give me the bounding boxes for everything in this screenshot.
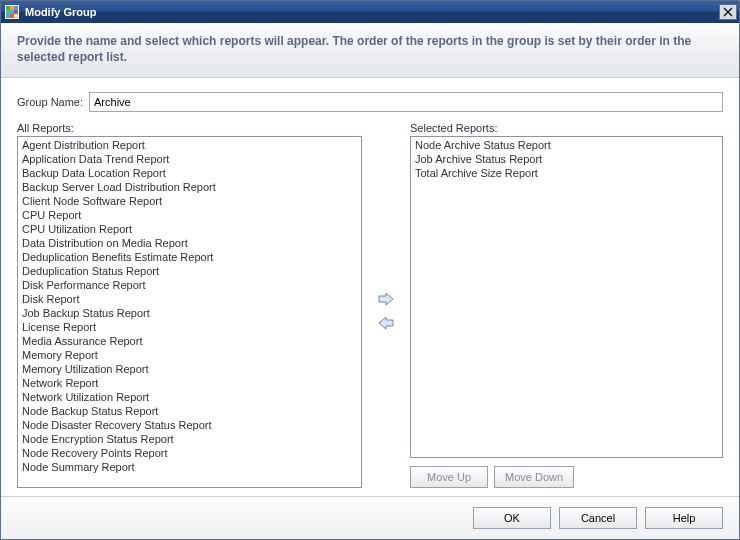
all-reports-column: All Reports: Agent Distribution ReportAp…: [17, 122, 362, 488]
instruction-text: Provide the name and select which report…: [1, 23, 739, 78]
group-name-row: Group Name:: [17, 92, 723, 112]
list-item[interactable]: CPU Utilization Report: [20, 222, 359, 236]
arrow-left-icon: [378, 316, 394, 330]
list-item[interactable]: Network Utilization Report: [20, 390, 359, 404]
list-item[interactable]: Disk Performance Report: [20, 278, 359, 292]
arrow-column: [362, 122, 410, 488]
content-area: Group Name: All Reports: Agent Distribut…: [1, 78, 739, 496]
list-item[interactable]: Node Backup Status Report: [20, 404, 359, 418]
modify-group-dialog: Modify Group Provide the name and select…: [0, 0, 740, 540]
list-item[interactable]: Job Archive Status Report: [413, 152, 720, 166]
close-icon: [723, 7, 733, 17]
lists-row: All Reports: Agent Distribution ReportAp…: [17, 122, 723, 488]
list-item[interactable]: Data Distribution on Media Report: [20, 236, 359, 250]
list-item[interactable]: CPU Report: [20, 208, 359, 222]
window-title: Modify Group: [25, 6, 719, 18]
list-item[interactable]: Disk Report: [20, 292, 359, 306]
list-item[interactable]: Total Archive Size Report: [413, 166, 720, 180]
list-item[interactable]: Backup Server Load Distribution Report: [20, 180, 359, 194]
move-buttons-row: Move Up Move Down: [410, 466, 723, 488]
list-item[interactable]: Node Disaster Recovery Status Report: [20, 418, 359, 432]
list-item[interactable]: Memory Report: [20, 348, 359, 362]
cancel-button[interactable]: Cancel: [559, 507, 637, 529]
list-item[interactable]: Deduplication Status Report: [20, 264, 359, 278]
arrow-right-icon: [378, 292, 394, 306]
close-button[interactable]: [719, 4, 737, 20]
list-item[interactable]: Node Summary Report: [20, 460, 359, 474]
app-icon: [5, 5, 19, 19]
list-item[interactable]: License Report: [20, 320, 359, 334]
move-down-button[interactable]: Move Down: [494, 466, 574, 488]
list-item[interactable]: Backup Data Location Report: [20, 166, 359, 180]
move-up-button[interactable]: Move Up: [410, 466, 488, 488]
all-reports-listbox[interactable]: Agent Distribution ReportApplication Dat…: [17, 136, 362, 488]
all-reports-label: All Reports:: [17, 122, 362, 134]
remove-button[interactable]: [376, 314, 396, 332]
list-item[interactable]: Media Assurance Report: [20, 334, 359, 348]
group-name-input[interactable]: [89, 92, 723, 112]
list-item[interactable]: Job Backup Status Report: [20, 306, 359, 320]
list-item[interactable]: Application Data Trend Report: [20, 152, 359, 166]
selected-reports-listbox[interactable]: Node Archive Status ReportJob Archive St…: [410, 136, 723, 458]
list-item[interactable]: Node Recovery Points Report: [20, 446, 359, 460]
help-button[interactable]: Help: [645, 507, 723, 529]
group-name-label: Group Name:: [17, 96, 83, 108]
list-item[interactable]: Node Archive Status Report: [413, 138, 720, 152]
titlebar: Modify Group: [1, 1, 739, 23]
selected-reports-column: Selected Reports: Node Archive Status Re…: [410, 122, 723, 488]
list-item[interactable]: Client Node Software Report: [20, 194, 359, 208]
list-item[interactable]: Memory Utilization Report: [20, 362, 359, 376]
footer: OK Cancel Help: [1, 496, 739, 539]
list-item[interactable]: Agent Distribution Report: [20, 138, 359, 152]
selected-reports-label: Selected Reports:: [410, 122, 723, 134]
list-item[interactable]: Deduplication Benefits Estimate Report: [20, 250, 359, 264]
ok-button[interactable]: OK: [473, 507, 551, 529]
list-item[interactable]: Network Report: [20, 376, 359, 390]
list-item[interactable]: Node Encryption Status Report: [20, 432, 359, 446]
add-button[interactable]: [376, 290, 396, 308]
